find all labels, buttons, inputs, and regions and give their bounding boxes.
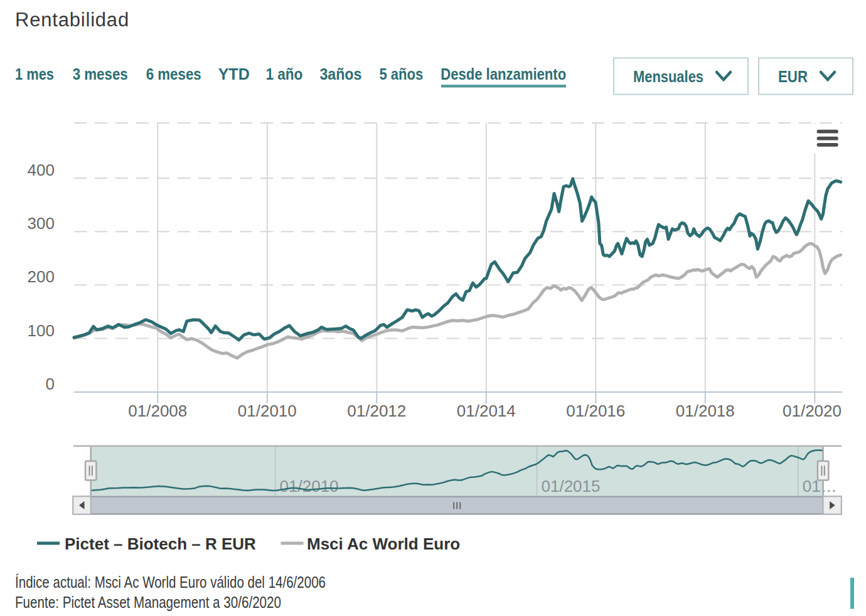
svg-text:1 año: 1 año xyxy=(265,65,302,83)
svg-text:3 meses: 3 meses xyxy=(73,65,128,83)
svg-text:Msci Ac World Euro: Msci Ac World Euro xyxy=(307,534,460,553)
svg-text:300: 300 xyxy=(28,214,55,233)
svg-text:01/2010: 01/2010 xyxy=(280,477,339,496)
svg-text:01/2020: 01/2020 xyxy=(783,401,842,420)
svg-text:EUR: EUR xyxy=(778,67,808,86)
svg-text:3años: 3años xyxy=(319,65,361,83)
svg-text:Desde lanzamiento: Desde lanzamiento xyxy=(441,65,566,83)
svg-text:01/2018: 01/2018 xyxy=(676,401,735,420)
svg-text:01/2016: 01/2016 xyxy=(566,401,625,420)
svg-text:01/2010: 01/2010 xyxy=(238,401,297,420)
svg-text:01/2012: 01/2012 xyxy=(347,401,406,420)
svg-text:01/2015: 01/2015 xyxy=(542,477,601,496)
svg-text:200: 200 xyxy=(28,267,55,286)
svg-text:Mensuales: Mensuales xyxy=(633,67,703,86)
svg-text:6 meses: 6 meses xyxy=(146,65,201,83)
svg-text:YTD: YTD xyxy=(218,65,250,83)
svg-text:Fuente: Pictet Asset Managemen: Fuente: Pictet Asset Management a 30/6/2… xyxy=(15,593,281,612)
svg-text:01/2008: 01/2008 xyxy=(128,401,187,420)
svg-text:1 mes: 1 mes xyxy=(15,65,54,83)
svg-text:5 años: 5 años xyxy=(379,65,423,83)
svg-text:400: 400 xyxy=(28,161,55,179)
svg-text:0: 0 xyxy=(46,374,55,393)
svg-text:Rentabilidad: Rentabilidad xyxy=(15,9,129,31)
svg-text:100: 100 xyxy=(28,321,55,340)
svg-text:Pictet – Biotech – R EUR: Pictet – Biotech – R EUR xyxy=(65,534,256,553)
svg-text:Índice actual: Msci Ac World E: Índice actual: Msci Ac World Euro válido… xyxy=(15,573,326,592)
svg-text:01/2014: 01/2014 xyxy=(457,401,516,420)
